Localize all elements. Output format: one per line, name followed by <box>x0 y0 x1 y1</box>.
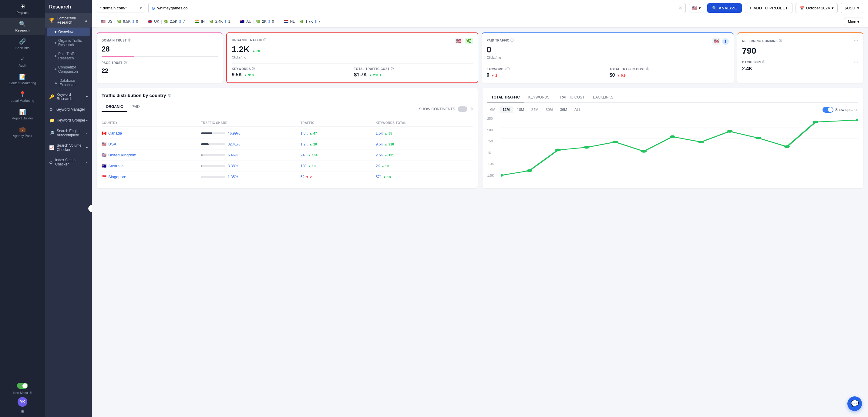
avatar[interactable]: YK <box>18 397 27 407</box>
tab-paid[interactable]: PAID <box>127 102 144 112</box>
collapse-competitive-icon[interactable]: ▲ <box>85 19 88 22</box>
page-trust-info-icon[interactable]: ⓘ <box>124 61 127 65</box>
show-updates-toggle[interactable] <box>823 107 833 113</box>
traffic-singapore: 52 ▼ 2 <box>301 174 373 179</box>
time-btn-18m[interactable]: 18M <box>514 106 527 113</box>
sidebar-item-backlinks[interactable]: 🔗 Backlinks <box>0 35 45 53</box>
country-canada[interactable]: 🇨🇦 Canada <box>102 131 199 135</box>
menu-item-keyword-research[interactable]: 🔑 Keyword Research ▾ <box>45 89 92 104</box>
domain-pattern-select[interactable]: *.domain.com/* ▾ <box>97 4 145 12</box>
sidebar-item-content-marketing[interactable]: 📝 Content Marketing <box>0 70 45 88</box>
continents-info[interactable]: ⓘ <box>470 107 473 111</box>
sidebar-label-audit: Audit <box>19 64 26 67</box>
separator-au: | <box>253 20 254 24</box>
table-row: 🇺🇸 USA 32.41% 1.2K ▲ 20 9.5K <box>102 139 473 150</box>
time-btn-24m[interactable]: 24M <box>528 106 541 113</box>
collapse-index-icon[interactable]: ▾ <box>86 161 88 164</box>
traffic-distribution-card: Traffic distribution by country ⓘ ORGANI… <box>97 88 478 188</box>
country-australia[interactable]: 🇦🇺 Australia <box>102 164 199 168</box>
traffic-cost-info-icon[interactable]: ⓘ <box>391 67 394 71</box>
collapse-grouper-icon[interactable]: ▾ <box>86 119 88 122</box>
sub-item-paid-traffic[interactable]: Paid Traffic Research <box>45 50 92 63</box>
flag-select[interactable]: 🇺🇸 ▾ <box>689 4 704 12</box>
country-usa[interactable]: 🇺🇸 USA <box>102 142 199 147</box>
show-continents-toggle[interactable] <box>458 106 467 112</box>
referring-dots-icon[interactable]: ··· <box>854 38 858 44</box>
more-button[interactable]: More ▾ <box>844 18 863 26</box>
share-usa: 32.41% <box>201 142 298 147</box>
menu-item-index-status-checker[interactable]: ⊙ Index Status Checker ▾ <box>45 155 92 169</box>
clear-search-icon[interactable]: ✕ <box>678 5 682 11</box>
table-row: 🇨🇦 Canada 46.99% 1.8K ▲ 47 1.5K <box>102 128 473 139</box>
paid-cost-info[interactable]: ⓘ <box>646 67 649 71</box>
menu-item-competitive-research[interactable]: 🏆 Competitive Research ▲ <box>45 13 92 28</box>
sidebar-item-agency-pack[interactable]: 💼 Agency Pack <box>0 123 45 140</box>
collapse-volume-icon[interactable]: ▾ <box>86 146 88 150</box>
paid-keywords-info[interactable]: ⓘ <box>506 67 510 71</box>
country-tab-au[interactable]: 🇦🇺 AU | 🌿 2K $ 0 <box>236 17 278 27</box>
search-input[interactable] <box>157 6 676 10</box>
domain-trust-label: DOMAIN TRUST ⓘ <box>102 38 218 42</box>
chart-tab-total-traffic[interactable]: TOTAL TRAFFIC <box>487 93 524 102</box>
col-keywords-total: KEYWORDS TOTAL <box>376 121 473 125</box>
sub-item-organic-traffic[interactable]: Organic Traffic Research <box>45 36 92 50</box>
paid-icon-us: $ <box>132 20 134 23</box>
menu-panel: Research 🏆 Competitive Research ▲ Overvi… <box>45 0 92 417</box>
country-tab-in[interactable]: 🇮🇳 IN | 🌿 2.4K $ 1 <box>190 17 235 27</box>
chart-tab-keywords[interactable]: KEYWORDS <box>524 93 554 102</box>
country-tab-us[interactable]: 🇺🇸 US | 🌿 9.5K $ 0 <box>97 17 142 27</box>
add-project-button[interactable]: + ADD TO PROJECT <box>745 3 793 13</box>
keywords-info-icon[interactable]: ⓘ <box>252 67 255 71</box>
chart-tab-traffic-cost[interactable]: TRAFFIC COST <box>554 93 589 102</box>
time-btn-all[interactable]: ALL <box>571 106 584 113</box>
keywords-change-australia: ▲ 90 <box>381 164 389 168</box>
time-btn-30m[interactable]: 30M <box>542 106 556 113</box>
backlinks-info[interactable]: ⓘ <box>762 60 766 64</box>
more-label: More <box>848 20 856 24</box>
y-label-500: 500 <box>487 128 499 132</box>
currency-button[interactable]: $USD ▾ <box>841 3 863 13</box>
organic-info-icon[interactable]: ⓘ <box>263 38 267 42</box>
time-btn-36m[interactable]: 36M <box>557 106 570 113</box>
tab-organic[interactable]: ORGANIC <box>102 102 127 112</box>
sub-item-database-expansion[interactable]: ⚙ Database Expansion <box>45 76 92 89</box>
chart-tab-backlinks[interactable]: BACKLINKS <box>589 93 618 102</box>
sidebar-item-research[interactable]: 🔍 Research <box>0 18 45 35</box>
organic-cost-value: $1.7K <box>354 72 367 77</box>
traffic-change-usa: ▲ 20 <box>309 142 317 146</box>
sub-item-overview[interactable]: Overview <box>47 28 90 36</box>
settings-icon[interactable]: ⚙ <box>21 409 25 414</box>
new-menu-toggle-wrap[interactable] <box>17 383 28 389</box>
chat-button[interactable]: 💬 <box>847 396 862 411</box>
sidebar-item-report-builder[interactable]: 📊 Report Builder <box>0 105 45 123</box>
collapse-panel-button[interactable]: ‹ <box>88 205 92 212</box>
country-singapore[interactable]: 🇸🇬 Singapore <box>102 174 199 179</box>
referring-domains-info[interactable]: ⓘ <box>779 39 782 43</box>
menu-item-keyword-manager[interactable]: ⚙ Keyword Manager <box>45 104 92 115</box>
sub-item-competitor-comparison[interactable]: Competitor Comparison <box>45 63 92 76</box>
sidebar-item-projects[interactable]: ⊞ Projects <box>0 0 45 18</box>
time-btn-6m[interactable]: 6M <box>487 106 499 113</box>
new-menu-toggle[interactable] <box>17 383 28 389</box>
menu-item-search-volume-checker[interactable]: 📈 Search Volume Checker ▾ <box>45 140 92 155</box>
traffic-au: 2K <box>262 20 267 24</box>
menu-item-keyword-grouper[interactable]: 📁 Keyword Grouper ▾ <box>45 115 92 126</box>
country-uk[interactable]: 🇬🇧 United Kingdom <box>102 153 199 157</box>
country-tab-uk[interactable]: 🇬🇧 UK | 🌿 2.5K $ 7 <box>144 17 189 27</box>
menu-item-search-engine-autocomplete[interactable]: 🔎 Search Engine Autocomplete ▾ <box>45 126 92 140</box>
country-tab-nl[interactable]: 🇳🇱 NL | 🌿 1.7K $ 7 <box>280 17 325 27</box>
sidebar-item-audit[interactable]: ✓ Audit <box>0 53 45 70</box>
traffic-icon-us: 🌿 <box>117 20 121 24</box>
domain-trust-info-icon[interactable]: ⓘ <box>128 38 131 42</box>
date-button[interactable]: 📅 October 2024 ▾ <box>796 3 838 13</box>
time-btn-12m[interactable]: 12M <box>499 106 513 113</box>
backlinks-dots-icon[interactable]: ··· <box>854 59 858 65</box>
paid-info-icon[interactable]: ⓘ <box>510 38 514 42</box>
flag-singapore: 🇸🇬 <box>102 174 106 179</box>
traffic-table-info[interactable]: ⓘ <box>168 93 171 98</box>
collapse-autocomplete-icon[interactable]: ▾ <box>86 131 88 135</box>
analyze-button[interactable]: 🔍 ANALYZE <box>707 3 742 13</box>
sidebar-item-local-marketing[interactable]: 📍 Local Marketing <box>0 88 45 105</box>
organic-traffic-value: 1.2K <box>232 44 250 54</box>
collapse-keyword-icon[interactable]: ▾ <box>86 95 88 98</box>
